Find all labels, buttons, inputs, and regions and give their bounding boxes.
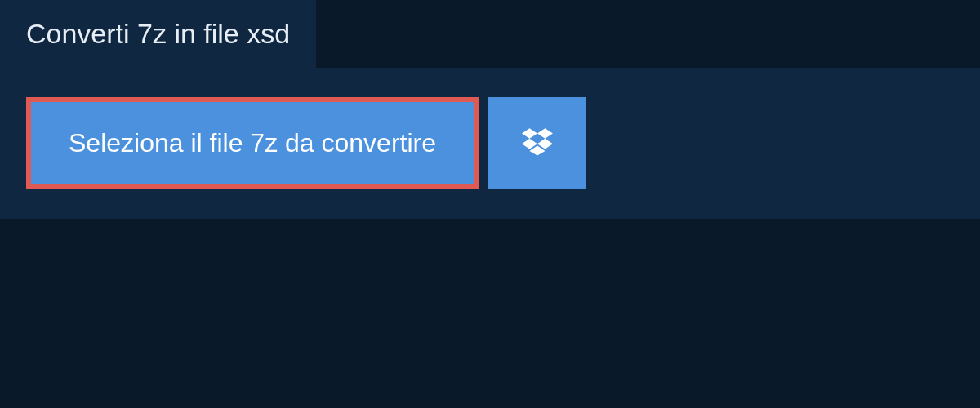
page-title: Converti 7z in file xsd xyxy=(26,18,290,49)
select-file-button[interactable]: Seleziona il file 7z da convertire xyxy=(26,97,479,189)
dropbox-upload-button[interactable] xyxy=(488,97,586,189)
dropbox-icon xyxy=(521,126,554,162)
select-file-label: Seleziona il file 7z da convertire xyxy=(69,128,436,158)
page-title-tab: Converti 7z in file xsd xyxy=(0,0,316,68)
upload-panel: Seleziona il file 7z da convertire xyxy=(0,68,980,219)
